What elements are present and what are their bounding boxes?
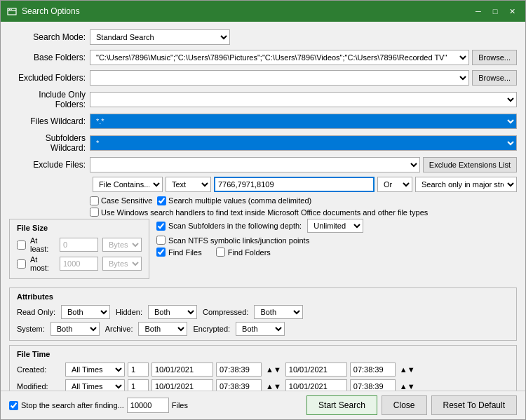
excluded-folders-control: Browse... bbox=[90, 70, 517, 86]
windows-search-label: Use Windows search handlers to find text… bbox=[101, 208, 428, 217]
modified-from-date[interactable] bbox=[151, 379, 213, 391]
stop-search-checkbox[interactable] bbox=[9, 401, 18, 410]
excluded-folders-browse[interactable]: Browse... bbox=[472, 70, 517, 86]
find-files-checkbox[interactable] bbox=[156, 248, 166, 257]
base-folders-select[interactable]: "C:\Users\7896\Music";"C:\Users\7896\Pic… bbox=[90, 50, 469, 65]
created-row: Created: All Times ▲▼ ▲▼ bbox=[17, 363, 509, 377]
search-options-window: Search Options ─ □ ✕ Search Mode: Standa… bbox=[0, 0, 526, 420]
search-mode-label: Search Mode: bbox=[9, 32, 90, 42]
created-to-time[interactable] bbox=[350, 363, 396, 377]
subfolders-wildcard-select[interactable]: * bbox=[90, 135, 517, 151]
case-sensitive-checkbox[interactable] bbox=[90, 196, 99, 205]
at-most-checkbox[interactable] bbox=[17, 259, 26, 269]
created-n-input[interactable] bbox=[128, 363, 149, 377]
search-multiple-checkbox[interactable] bbox=[157, 196, 166, 205]
modified-arrow: ▲▼ bbox=[266, 382, 281, 391]
created-from-date[interactable] bbox=[151, 363, 213, 377]
file-time-section: File Time Created: All Times ▲▼ ▲▼ Modif… bbox=[9, 345, 517, 391]
minimize-button[interactable]: ─ bbox=[471, 4, 486, 18]
hidden-label: Hidden: bbox=[116, 308, 142, 316]
find-folders-checkbox[interactable] bbox=[216, 248, 225, 257]
at-most-label: At most: bbox=[30, 255, 55, 272]
exclude-files-select[interactable] bbox=[90, 157, 420, 172]
files-wildcard-control: *.* bbox=[90, 114, 517, 129]
find-folders-item: Find Folders bbox=[216, 248, 271, 257]
at-most-input[interactable] bbox=[60, 257, 98, 271]
find-row: Find Files Find Folders bbox=[156, 248, 517, 257]
find-files-item: Find Files bbox=[156, 248, 202, 257]
exclude-files-row: Exclude Files: Exclude Extensions List bbox=[9, 156, 517, 173]
major-stream-select[interactable]: Search only in major stre... bbox=[415, 177, 517, 192]
modified-to-date[interactable] bbox=[285, 379, 347, 391]
windows-search-checkbox[interactable] bbox=[90, 208, 99, 217]
exclude-files-label: Exclude Files: bbox=[9, 160, 90, 170]
base-folders-browse[interactable]: Browse... bbox=[472, 50, 517, 65]
scan-ntfs-label: Scan NTFS symbolic links/junction points bbox=[168, 236, 309, 245]
modified-label: Modified: bbox=[17, 382, 62, 391]
windows-search-row: Use Windows search handlers to find text… bbox=[90, 208, 517, 217]
compressed-select[interactable]: BothYesNo bbox=[254, 305, 303, 319]
modified-arrow2: ▲▼ bbox=[400, 382, 415, 391]
scan-subfolders-row: Scan Subfolders in the following depth: … bbox=[156, 219, 517, 233]
start-search-button[interactable]: Start Search bbox=[306, 395, 377, 415]
maximize-button[interactable]: □ bbox=[487, 4, 503, 18]
base-folders-label: Base Folders: bbox=[9, 53, 90, 62]
include-only-select[interactable] bbox=[90, 92, 517, 107]
reset-to-default-button[interactable]: Reset To Default bbox=[431, 395, 518, 415]
title-bar: Search Options ─ □ ✕ bbox=[1, 1, 525, 22]
modified-n-input[interactable] bbox=[128, 379, 149, 391]
scan-ntfs-checkbox[interactable] bbox=[156, 236, 166, 245]
exclude-files-control: Exclude Extensions List bbox=[90, 157, 517, 172]
at-least-unit[interactable]: Bytes bbox=[102, 238, 142, 252]
file-contains-type-select[interactable]: File Contains... bbox=[93, 177, 163, 192]
include-only-row: Include Only Folders: bbox=[9, 90, 517, 109]
encrypted-select[interactable]: BothYesNo bbox=[236, 322, 285, 336]
scan-ntfs-row: Scan NTFS symbolic links/junction points bbox=[156, 236, 517, 245]
file-size-title: File Size bbox=[17, 224, 142, 232]
created-from-time[interactable] bbox=[216, 363, 262, 377]
find-folders-label: Find Folders bbox=[228, 248, 271, 257]
or-select[interactable]: Or bbox=[377, 177, 412, 192]
file-contains-input[interactable] bbox=[214, 177, 375, 192]
scan-subfolders-label: Scan Subfolders in the following depth: bbox=[168, 222, 302, 230]
close-button[interactable]: ✕ bbox=[504, 4, 520, 18]
system-label: System: bbox=[17, 325, 45, 333]
base-folders-row: Base Folders: "C:\Users\7896\Music";"C:\… bbox=[9, 49, 517, 66]
search-mode-select[interactable]: Standard Search bbox=[90, 29, 230, 45]
archive-select[interactable]: BothYesNo bbox=[138, 322, 187, 336]
at-least-row: At least: Bytes bbox=[17, 236, 142, 253]
at-most-row: At most: Bytes bbox=[17, 255, 142, 272]
modified-row: Modified: All Times ▲▼ ▲▼ bbox=[17, 379, 509, 391]
excluded-folders-select[interactable] bbox=[90, 70, 469, 86]
files-wildcard-label: Files Wildcard: bbox=[9, 116, 90, 126]
read-only-select[interactable]: BothYesNo bbox=[61, 305, 110, 319]
created-label: Created: bbox=[17, 365, 62, 374]
encrypted-label: Encrypted: bbox=[193, 325, 230, 333]
at-least-input[interactable] bbox=[60, 238, 98, 252]
created-to-date[interactable] bbox=[285, 363, 347, 377]
system-select[interactable]: BothYesNo bbox=[50, 322, 100, 336]
created-time-select[interactable]: All Times bbox=[65, 363, 125, 377]
attributes-row1: Read Only: BothYesNo Hidden: BothYesNo C… bbox=[17, 305, 509, 319]
stop-value-input[interactable] bbox=[127, 398, 169, 413]
modified-time-select[interactable]: All Times bbox=[65, 379, 125, 391]
at-least-checkbox[interactable] bbox=[17, 241, 26, 250]
scan-subfolders-checkbox[interactable] bbox=[156, 222, 166, 231]
checkboxes-area: Case Sensitive Search multiple values (c… bbox=[90, 196, 517, 217]
find-files-label: Find Files bbox=[168, 248, 202, 257]
svg-point-2 bbox=[9, 9, 11, 11]
base-folders-control: "C:\Users\7896\Music";"C:\Users\7896\Pic… bbox=[90, 50, 517, 65]
exclude-extensions-btn[interactable]: Exclude Extensions List bbox=[423, 157, 517, 172]
close-button-footer[interactable]: Close bbox=[382, 395, 427, 415]
modified-from-time[interactable] bbox=[216, 379, 262, 391]
files-wildcard-select[interactable]: *.* bbox=[90, 114, 517, 129]
window-title: Search Options bbox=[22, 6, 471, 16]
scan-filesize-area: File Size At least: Bytes At most: Bytes bbox=[9, 219, 517, 283]
compressed-label: Compressed: bbox=[203, 308, 248, 316]
modified-to-time[interactable] bbox=[350, 379, 396, 391]
at-most-unit[interactable]: Bytes bbox=[102, 257, 142, 271]
subfolders-wildcard-row: Subfolders Wildcard: * bbox=[9, 133, 517, 153]
depth-select[interactable]: Unlimited bbox=[307, 219, 363, 233]
hidden-select[interactable]: BothYesNo bbox=[148, 305, 197, 319]
file-contains-text-select[interactable]: Text bbox=[166, 177, 211, 192]
